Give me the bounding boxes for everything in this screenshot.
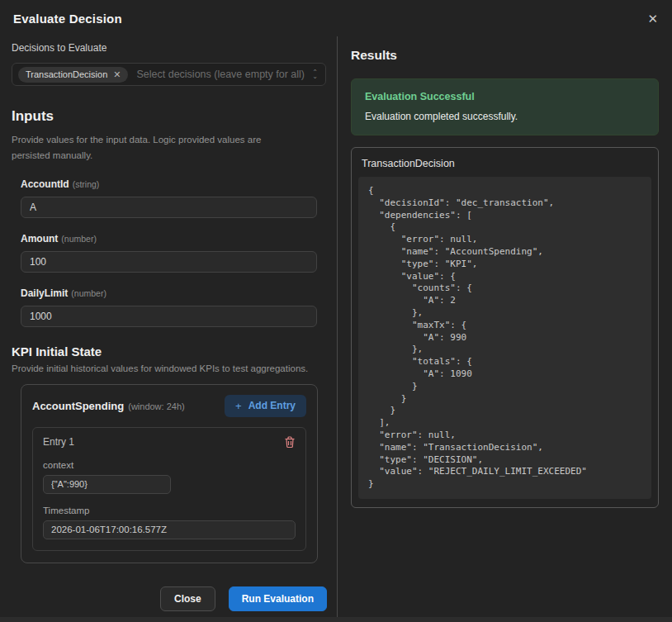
kpi-heading: KPI Initial State [12,344,326,358]
close-button[interactable]: Close [160,586,215,611]
context-label: context [43,460,296,470]
context-input[interactable] [43,475,171,494]
results-heading: Results [351,48,659,63]
status-title: Evaluation Successful [365,91,645,102]
kpi-description: Provide initial historical values for wi… [12,363,326,373]
field-amount: Amount(number) [21,230,317,273]
dialog-header: Evaluate Decision ✕ [0,0,672,36]
kpi-window-hint: (window: 24h) [128,401,184,411]
entry-title: Entry 1 [43,436,74,448]
amount-label: Amount [21,233,58,245]
decision-chip[interactable]: TransactionDecision ✕ [18,67,128,83]
inputs-heading: Inputs [12,108,326,125]
field-dailylimit: DailyLimit(number) [21,285,317,327]
inputs-description: Provide values for the input data. Logic… [12,132,302,164]
timestamp-input[interactable] [43,520,296,539]
chip-remove-icon[interactable]: ✕ [113,69,121,80]
amount-input[interactable] [21,251,317,273]
timestamp-label: Timestamp [43,506,296,515]
chevron-updown-icon[interactable]: ⌃⌄ [312,70,318,78]
kpi-entry-1: Entry 1 context [32,427,306,551]
dailylimit-label: DailyLimit [21,287,68,299]
select-placeholder: Select decisions (leave empty for all) [136,69,312,80]
kpi-card-accountspending: AccountSpending(window: 24h) + Add Entry… [21,384,318,563]
delete-entry-button[interactable] [284,436,296,449]
accountid-type-hint: (string) [73,179,100,189]
add-entry-label: Add Entry [248,400,296,411]
plus-icon: + [235,400,242,412]
run-evaluation-button[interactable]: Run Evaluation [229,586,327,611]
dialog-body: Decisions to Evaluate TransactionDecisio… [0,36,672,622]
results-panel: Results Evaluation Successful Evaluation… [338,36,672,622]
kpi-name: AccountSpending [32,400,124,412]
decisions-select-label: Decisions to Evaluate [12,42,326,54]
decisions-multiselect[interactable]: TransactionDecision ✕ Select decisions (… [12,63,326,86]
status-message: Evaluation completed successfully. [365,111,645,122]
evaluation-status-banner: Evaluation Successful Evaluation complet… [351,78,659,135]
dailylimit-type-hint: (number) [71,288,106,298]
accountid-input[interactable] [21,197,317,218]
result-card: TransactionDecision { "decisionId": "dec… [351,147,659,508]
dialog-title: Evaluate Decision [13,12,122,26]
dailylimit-input[interactable] [21,306,317,327]
trash-icon [284,436,296,449]
result-card-title: TransactionDecision [358,154,651,177]
result-json-code: { "decisionId": "dec_transaction", "depe… [358,177,651,499]
accountid-label: AccountId [21,178,69,190]
field-accountid: AccountId(string) [21,176,317,218]
decision-chip-label: TransactionDecision [26,69,107,79]
amount-type-hint: (number) [61,234,97,244]
add-entry-button[interactable]: + Add Entry [225,395,306,417]
evaluate-decision-dialog: Evaluate Decision ✕ Decisions to Evaluat… [0,0,672,622]
left-panel: Decisions to Evaluate TransactionDecisio… [0,36,338,622]
bottom-edge-strip [0,617,672,622]
close-icon[interactable]: ✕ [647,12,658,25]
left-panel-content: Decisions to Evaluate TransactionDecisio… [0,36,337,586]
